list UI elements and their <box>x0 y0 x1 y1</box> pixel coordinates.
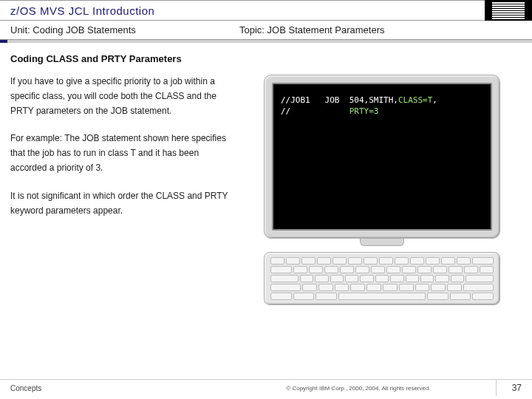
section-heading: Coding CLASS and PRTY Parameters <box>10 53 522 64</box>
course-title: z/OS MVS JCL Introduction <box>10 4 154 17</box>
footer: Concepts © Copyright IBM Corp., 2000, 20… <box>0 383 532 393</box>
code-line2-a: // <box>281 106 349 116</box>
paragraph-1: If you have to give a specific priority … <box>10 75 232 118</box>
ibm-logo <box>485 0 532 21</box>
page-number: 37 <box>485 383 522 393</box>
page-divider <box>496 380 497 396</box>
paragraph-3: It is not significant in which order the… <box>10 189 232 219</box>
title-bar: z/OS MVS JCL Introduction <box>0 0 532 21</box>
monitor-stand <box>360 239 404 246</box>
keyboard-icon <box>264 252 500 305</box>
unit-label: Unit: Coding JOB Statements <box>10 24 239 35</box>
code-line1-a: //JOB1 JOB 504,SMITH, <box>281 95 398 105</box>
code-prty-param: PRTY=3 <box>349 106 379 116</box>
sub-header: Unit: Coding JOB Statements Topic: JOB S… <box>0 21 532 40</box>
topic-label: Topic: JOB Statement Parameters <box>239 24 385 35</box>
footer-left: Concepts <box>10 384 232 392</box>
terminal-illustration: //JOB1 JOB 504,SMITH,CLASS=T, // PRTY=3 <box>242 75 522 305</box>
footer-copyright: © Copyright IBM Corp., 2000, 2004. All r… <box>232 385 485 392</box>
code-class-param: CLASS=T <box>398 95 432 105</box>
code-line1-c: , <box>432 95 437 105</box>
paragraph-2: For example: The JOB statement shown her… <box>10 132 232 175</box>
body-text: If you have to give a specific priority … <box>10 75 232 305</box>
ibm-logo-icon <box>492 2 525 19</box>
terminal-screen: //JOB1 JOB 504,SMITH,CLASS=T, // PRTY=3 <box>272 83 492 231</box>
footer-divider <box>0 379 532 380</box>
monitor-frame: //JOB1 JOB 504,SMITH,CLASS=T, // PRTY=3 <box>264 75 500 239</box>
